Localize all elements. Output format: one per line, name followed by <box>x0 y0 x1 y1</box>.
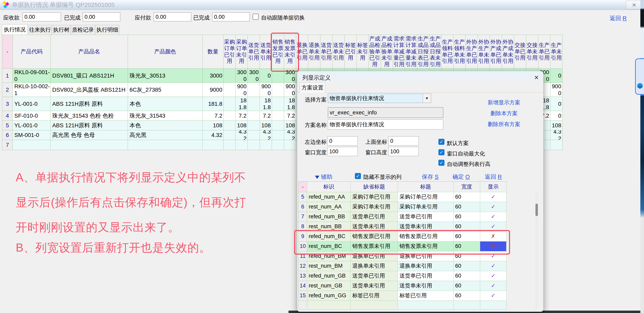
product-color-cell[interactable]: 本色 <box>128 97 202 111</box>
column-header[interactable]: 退换单未引用 <box>308 35 320 69</box>
tab-qc-records[interactable]: 质检记录 <box>71 25 95 34</box>
default-title-cell[interactable]: 采购订单已引用 <box>351 192 398 202</box>
column-header[interactable]: 生产成品日报表未引用 <box>429 35 442 69</box>
column-header[interactable]: 送货单已引用 <box>248 35 260 69</box>
field-id-cell[interactable]: refed_num_BB <box>307 212 351 222</box>
column-header[interactable]: 退换单已引用 <box>296 35 308 69</box>
visible-flag-cell[interactable]: ✓ <box>480 251 506 261</box>
product-color-cell[interactable]: 珠光灰_31543 <box>128 111 202 121</box>
title-cell[interactable]: 销售发票未引用 <box>398 242 454 251</box>
column-header[interactable]: 生产单已引用 <box>538 35 550 69</box>
product-color-cell[interactable]: 高光黑 <box>128 130 202 140</box>
value-cell[interactable]: 9000 <box>284 83 296 97</box>
value-cell[interactable]: 9000 <box>260 83 272 97</box>
field-id-cell[interactable]: rest_num_BM <box>307 261 351 271</box>
value-cell[interactable] <box>224 121 236 130</box>
value-cell[interactable] <box>248 121 260 130</box>
value-cell[interactable] <box>224 97 236 111</box>
value-cell[interactable]: 108 <box>260 121 272 130</box>
payable-input[interactable] <box>154 12 191 21</box>
table-row[interactable]: 6rest_num_AA采购订单未引用采购订单未引用60✓ <box>298 202 506 212</box>
add-plan-link[interactable]: 新增显示方案 <box>479 99 529 106</box>
product-code-cell[interactable]: SF-010-0 <box>13 111 51 121</box>
default-plan-checkbox[interactable]: ✓ <box>438 139 444 145</box>
value-cell[interactable]: 7.2 <box>260 111 272 121</box>
column-header[interactable]: 生产单未引用 <box>550 35 562 69</box>
auto-maximize-checkbox[interactable]: ✓ <box>438 149 444 155</box>
title-cell[interactable]: 送货单已引用 <box>398 212 454 222</box>
width-cell[interactable]: 60 <box>454 222 480 232</box>
title-cell[interactable]: 采购订单未引用 <box>398 202 454 212</box>
column-header[interactable]: 交接单未引用 <box>526 35 538 69</box>
top-coord-input[interactable] <box>388 136 419 146</box>
value-cell[interactable] <box>224 111 236 121</box>
value-cell[interactable] <box>272 83 284 97</box>
column-header[interactable]: 销售发票已引用 <box>272 35 284 69</box>
field-id-cell[interactable]: refed_num_BM <box>307 251 351 261</box>
visible-flag-cell[interactable]: ✓ <box>480 192 506 202</box>
column-header[interactable]: 标题 <box>398 182 454 192</box>
column-header[interactable]: 产成品检验单未引用 <box>381 35 393 69</box>
field-id-cell[interactable]: refed_num_AA <box>307 192 351 202</box>
column-header[interactable]: 显示 <box>480 182 506 192</box>
width-cell[interactable]: 60 <box>454 212 480 222</box>
default-title-cell[interactable]: 送货单未引用 <box>351 222 398 232</box>
column-header[interactable]: 需求计算单减量已引用 <box>393 35 405 69</box>
width-cell[interactable]: 60 <box>454 271 480 281</box>
value-cell[interactable]: 181.8 <box>260 97 272 111</box>
tab-exec-detail[interactable]: 执行明细 <box>95 25 120 34</box>
title-cell[interactable]: 采购订单已引用 <box>398 192 454 202</box>
save-link[interactable]: 保存 S <box>422 173 438 181</box>
column-header[interactable]: 送货单未引用 <box>332 35 344 69</box>
field-id-cell[interactable]: rest_num_BC <box>307 242 351 251</box>
title-cell[interactable]: 送货单未引用 <box>398 222 454 232</box>
field-id-cell[interactable] <box>307 301 351 310</box>
column-header[interactable]: 采购订单已引用 <box>224 35 236 69</box>
width-cell[interactable]: 60 <box>454 261 480 271</box>
value-cell[interactable] <box>272 121 284 130</box>
product-color-cell[interactable]: 珠光灰_30513 <box>128 69 202 83</box>
table-row[interactable]: 11refed_num_BM退换单已引用退换单已引用60✓ <box>298 251 506 261</box>
table-row[interactable]: 12rest_num_BM退换单未引用退换单未引用60✓ <box>298 261 506 271</box>
value-cell[interactable]: 4.32 <box>550 130 562 140</box>
column-header[interactable]: 数量 <box>202 35 224 69</box>
helper-link[interactable]: 辅助 <box>315 173 332 181</box>
tab-exec-tree[interactable]: 执行树 <box>52 25 70 34</box>
value-cell[interactable] <box>224 69 236 83</box>
visible-flag-cell[interactable]: ✓ <box>480 271 506 281</box>
default-title-cell[interactable]: 送货单未引用 <box>351 281 398 291</box>
product-code-cell[interactable]: YL-001-0 <box>13 121 51 130</box>
value-cell[interactable]: 7.2 <box>236 111 248 121</box>
default-title-cell[interactable]: 送货单已引用 <box>351 271 398 281</box>
table-row[interactable]: 9refed_num_BC销售发票已引用销售发票已引用60✗ <box>298 232 506 242</box>
value-cell[interactable]: 0 <box>550 69 562 83</box>
visible-flag-cell[interactable]: ✓ <box>480 261 506 271</box>
value-cell[interactable] <box>272 140 284 150</box>
field-id-cell[interactable]: rest_num_GB <box>307 281 351 291</box>
title-cell[interactable]: 送货单未引用 <box>398 281 454 291</box>
table-row[interactable]: 13refed_num_GB送货单已引用送货单已引用60✓ <box>298 271 506 281</box>
column-header[interactable]: 宽度 <box>454 182 480 192</box>
product-code-cell[interactable]: SM-001-0 <box>13 130 51 140</box>
value-cell[interactable]: 108 <box>236 121 248 130</box>
column-header[interactable]: 标签已引用 <box>344 35 357 69</box>
window-width-input[interactable] <box>328 147 358 156</box>
column-header[interactable]: 交接单已引用 <box>514 35 526 69</box>
tab-execution-status[interactable]: 执行情况 <box>2 24 28 35</box>
product-name-cell[interactable] <box>51 140 128 150</box>
left-coord-input[interactable] <box>328 136 358 146</box>
value-cell[interactable]: 4.32 <box>236 130 248 140</box>
table-row[interactable]: 5refed_num_AA采购订单已引用采购订单已引用60✓ <box>298 192 506 202</box>
sidebar-handle[interactable] <box>635 58 644 95</box>
product-color-cell[interactable] <box>128 140 202 150</box>
column-header[interactable]: 标识 <box>307 182 351 192</box>
delete-all-plans-link[interactable]: 删除所有方案 <box>479 121 529 128</box>
value-cell[interactable]: 9000 <box>550 83 562 97</box>
chevron-down-icon[interactable]: ▼ <box>423 94 431 103</box>
quantity-cell[interactable]: 4.32 <box>202 130 224 140</box>
hide-columns-checkbox[interactable]: ✓ <box>355 173 361 179</box>
title-cell[interactable]: 送货单已引用 <box>398 271 454 281</box>
column-header[interactable]: 产品颜色 <box>128 35 202 69</box>
default-title-cell[interactable]: 送货单已引用 <box>351 212 398 222</box>
return-link[interactable]: 返回 R <box>610 14 627 22</box>
